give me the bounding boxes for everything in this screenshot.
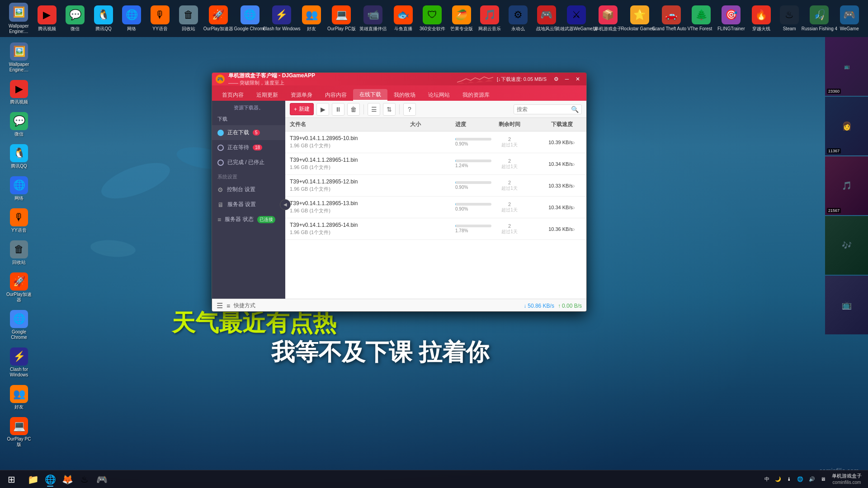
video-thumb-2[interactable]: 👩 11367	[825, 97, 868, 155]
help-button[interactable]: ?	[403, 103, 416, 116]
taskbar-game[interactable]: 🎮	[94, 471, 110, 488]
sidebar-item-console[interactable]: ⚙ 控制台 设置	[212, 182, 285, 197]
tab-mysource[interactable]: 我的资源库	[456, 89, 496, 101]
video-thumb-4[interactable]: 🎶	[825, 216, 868, 275]
desktop-icon-friends[interactable]: 👥 好友	[4, 383, 34, 412]
top-app-obs[interactable]: 📹 英雄直播伴侣	[357, 0, 389, 37]
sidebar-expand-button[interactable]: ◀	[280, 199, 291, 210]
top-app-netease[interactable]: 🎵 网易云音乐	[476, 0, 504, 37]
row-2-expand[interactable]: ›	[573, 160, 582, 168]
col-header-name: 文件名	[290, 121, 410, 128]
tray-network-icon[interactable]: 🌐	[795, 475, 805, 483]
delete-button[interactable]: 🗑	[347, 103, 360, 116]
tab-resources[interactable]: 资源单身	[284, 89, 319, 101]
desktop-icon-chrome[interactable]: 🌐 Google Chrome	[4, 308, 34, 342]
tray-moon-icon[interactable]: 🌙	[773, 475, 783, 483]
desktop-icon-network[interactable]: 🌐 网络	[4, 174, 34, 203]
top-app-gta[interactable]: 🚗 Grand Theft Auto V	[656, 0, 687, 37]
row-4-expand[interactable]: ›	[573, 204, 582, 211]
top-app-wechat-label: 微信	[71, 26, 80, 32]
row-3-expand[interactable]: ›	[573, 182, 582, 189]
top-app-txqq[interactable]: 🐧 腾讯QQ	[90, 0, 118, 37]
top-app-friends[interactable]: 👥 好友	[297, 0, 326, 37]
tab-forum[interactable]: 论坛网站	[422, 89, 456, 101]
top-app-theforest[interactable]: 🌲 The Forest	[687, 0, 716, 37]
tray-temp-icon[interactable]: 🌡	[785, 475, 793, 483]
top-app-heroweapon[interactable]: ⚔ 英雄武器WeGame版	[561, 0, 592, 37]
top-app-wallpaper[interactable]: 🖼️ WallpaperEngine:...	[5, 0, 33, 37]
sort-button[interactable]: ⇅	[383, 103, 396, 116]
top-app-douyu[interactable]: 🐟 斗鱼直播	[389, 0, 417, 37]
top-app-network[interactable]: 🌐 网络	[118, 0, 146, 37]
search-input[interactable]	[517, 106, 571, 113]
row-1-progress: 0.90%	[455, 138, 491, 146]
desktop-icon-wallpaper[interactable]: 🖼️ WallpaperEngine:...	[4, 41, 34, 75]
desktop-icon-clash[interactable]: ⚡ Clash for Windows	[4, 346, 34, 380]
desktop-icon-wechat[interactable]: 💬 微信	[4, 110, 34, 139]
row-5-expand[interactable]: ›	[573, 225, 582, 233]
sidebar-item-server[interactable]: 🖥 服务器 设置 ◀	[212, 197, 285, 212]
top-app-yongtu[interactable]: ⚙ 永动么	[504, 0, 533, 37]
top-app-russfishing[interactable]: 🎣 Russian Fishing 4	[803, 0, 835, 37]
top-app-wechat[interactable]: 💬 微信	[61, 0, 90, 37]
top-app-flingtrain[interactable]: 🎯 FLINGTrainer	[715, 0, 747, 37]
desktop-icon-ourplay[interactable]: 🚀 OurPlay加速器	[4, 271, 34, 305]
desktop-text-2: 我等不及下课 拉着你	[271, 337, 489, 368]
desktop-icon-txvideo[interactable]: ▶ 腾讯视频	[4, 78, 34, 107]
top-app-steam[interactable]: ♨ Steam	[775, 0, 804, 37]
top-app-chrome[interactable]: 🌐 Google Chrome	[234, 0, 266, 37]
top-app-txvideo[interactable]: ▶ 腾讯视频	[33, 0, 61, 37]
video-thumb-5[interactable]: 📺	[825, 276, 868, 334]
video-thumb-3[interactable]: 🎵 21567	[825, 156, 868, 215]
close-button[interactable]: ✕	[573, 75, 583, 83]
tab-download[interactable]: 在线下载	[353, 89, 387, 101]
desktop-icon-ourplaypc[interactable]: 💻 OurPlay PC版	[4, 415, 34, 449]
desktop-icon-recycle[interactable]: 🗑 回收站	[4, 239, 34, 267]
start-button[interactable]: ⊞	[0, 470, 23, 488]
top-app-battlefield-label: 战地风云5	[536, 26, 557, 32]
taskbar-firefox[interactable]: 🦊	[59, 471, 75, 488]
taskbar-chrome[interactable]: 🌐	[42, 471, 58, 488]
sidebar-item-serverstatus[interactable]: ≡ 服务器 状态 已连接	[212, 212, 285, 227]
tab-inner[interactable]: 内容内容	[319, 89, 353, 101]
taskbar-explorer[interactable]: 📁	[25, 471, 41, 488]
row-1-expand[interactable]: ›	[573, 139, 582, 146]
top-app-ourplay[interactable]: 🚀 OurPlay加速器	[203, 0, 234, 37]
sidebar-item-downloading[interactable]: 正在下载 5	[212, 125, 285, 140]
top-app-recycle[interactable]: 🗑 回收站	[174, 0, 203, 37]
tab-myfarm[interactable]: 我的牧场	[387, 89, 422, 101]
tray-chinese-input[interactable]: 中	[763, 475, 771, 483]
minimize-button[interactable]: ─	[562, 75, 572, 83]
friends-desk-label: 好友	[14, 404, 24, 410]
top-app-mangguo[interactable]: 🥭 芒果专业版	[448, 0, 476, 37]
top-app-wegame[interactable]: 🎮 WeGame	[835, 0, 863, 37]
ourplay-icon: 🚀	[209, 5, 228, 24]
taskbar-steam[interactable]: ♨	[76, 471, 93, 488]
sidebar-item-completed[interactable]: 已完成 / 已停止	[212, 155, 285, 170]
video-thumb-1[interactable]: 📺 23360	[825, 37, 868, 96]
sidebar-downloading-count: 5	[253, 130, 260, 136]
sidebar-item-waiting[interactable]: 正在等待 18	[212, 140, 285, 155]
tray-monitor-icon[interactable]: 🖥	[819, 475, 827, 483]
list-view-button[interactable]: ☰	[368, 103, 380, 116]
tab-home[interactable]: 首页内容	[216, 89, 250, 101]
play-button[interactable]: ▶	[316, 103, 329, 116]
top-app-360[interactable]: 🛡 360安全软件	[417, 0, 448, 37]
tray-clock[interactable]: 单机游戏盒子 cominfilis.com	[829, 472, 864, 487]
new-download-button[interactable]: + 新建	[290, 103, 314, 115]
top-app-djgamebox[interactable]: 📦 单机游戏盒子	[592, 0, 624, 37]
top-app-firewall[interactable]: 🔥 穿越火线	[747, 0, 775, 37]
sidebar-serverstatus-badge: 已连接	[257, 216, 275, 223]
desktop-icon-yylive[interactable]: 🎙 YY语音	[4, 206, 34, 235]
tray-sound-icon[interactable]: 🔊	[807, 475, 817, 483]
top-app-ourplaypc[interactable]: 💻 OurPlay PC版	[326, 0, 357, 37]
desktop-icon-txqq[interactable]: 🐧 腾讯QQ	[4, 142, 34, 171]
pause-button[interactable]: ⏸	[332, 103, 344, 116]
top-app-yylive[interactable]: 🎙 YY语音	[146, 0, 175, 37]
top-app-clash[interactable]: ⚡ Clash for Windows	[266, 0, 297, 37]
row-4-progress: 0.90%	[455, 203, 491, 211]
statusbar-menu-icon[interactable]: ☰	[217, 301, 223, 310]
settings-button[interactable]: ⚙	[551, 75, 561, 83]
top-app-rockstar[interactable]: ⭐ Rockstar Games...	[624, 0, 656, 37]
tab-recent[interactable]: 近期更新	[250, 89, 284, 101]
